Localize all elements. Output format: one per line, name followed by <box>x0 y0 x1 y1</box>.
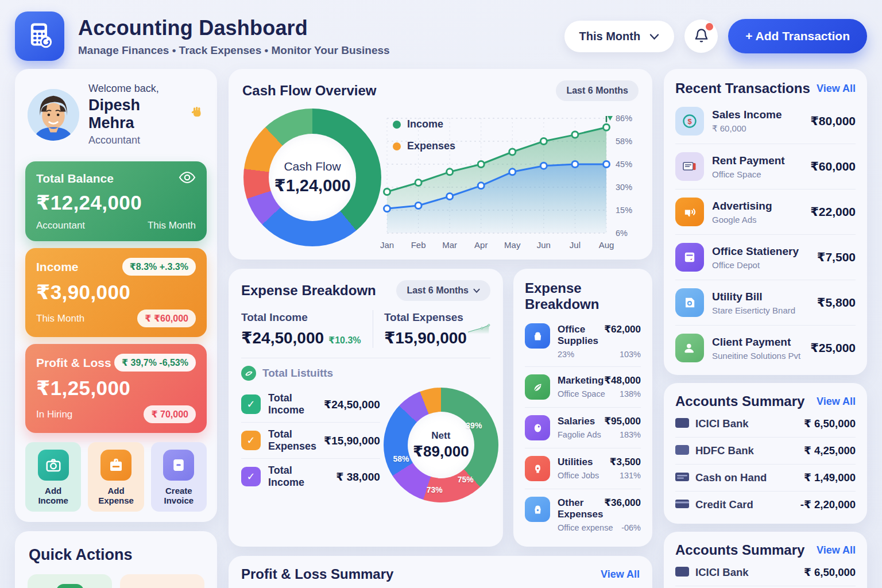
period-selector-label: This Month <box>579 30 641 43</box>
notifications-button[interactable] <box>684 20 718 53</box>
account-row: Cash on Hand ₹ 1,49,000 <box>675 465 856 492</box>
transaction-amount: ₹60,000 <box>810 160 856 173</box>
accounts-list: ICICI Bank ₹ 6,50,000 HDFC Bank ₹ 4,25,0… <box>675 559 856 588</box>
expense-name: Other Expenses <box>558 497 604 520</box>
svg-text:Jul: Jul <box>570 240 581 250</box>
account-name: Credit Card <box>695 498 794 511</box>
transaction-row[interactable]: Rent Payment Office Space ₹60,000 <box>675 144 856 189</box>
svg-text:$: $ <box>687 117 692 126</box>
bank-card-icon <box>675 567 689 579</box>
chart-legend: Income Expenses <box>393 118 455 162</box>
transaction-row[interactable]: Advertising Google Ads ₹22,000 <box>675 189 856 235</box>
expense-summary-period-badge[interactable]: Last 6 Months <box>396 280 490 301</box>
expense-breakdown-card: Expense Breakdown Office Supplies₹62,000… <box>513 269 652 547</box>
dollar-coin-icon: $ <box>675 107 704 136</box>
chevron-down-icon <box>649 30 659 43</box>
bank-card-icon <box>675 418 689 430</box>
cash-flow-donut-center: Cash Flow ₹1,24,000 <box>269 134 356 221</box>
profit-loss-footer: In Hiring <box>36 409 72 420</box>
expense-value: ₹48,000 <box>604 374 641 386</box>
leaf-icon <box>525 374 550 400</box>
transaction-row[interactable]: Client Payment Suneitine Solutions Pvt L… <box>675 326 856 370</box>
account-value: ₹ 6,50,000 <box>804 417 856 430</box>
expense-summary-title: Expense Breakdown <box>241 283 376 299</box>
list-item: ✓ Total Income ₹ 38,000 <box>241 459 380 494</box>
checkbox-purple[interactable]: ✓ <box>241 467 261 486</box>
add-expense-button[interactable]: Add Expense <box>88 442 144 512</box>
expense-sub: Office Space <box>558 389 605 399</box>
add-transaction-button[interactable]: + Add Transaction <box>728 19 867 53</box>
expense-value: ₹62,000 <box>604 323 641 335</box>
briefcase-icon <box>100 450 131 481</box>
cash-flow-period-badge[interactable]: Last 6 Months <box>556 80 639 101</box>
accounts-summary-card-1: Accounts Summary View All ICICI Bank ₹ 6… <box>664 383 867 524</box>
user-name: Dipesh Mehra <box>88 96 204 132</box>
transaction-sub: Suneitine Solutions Pvt Lid <box>712 351 802 361</box>
add-income-icon <box>56 584 84 588</box>
checkbox-green[interactable]: ✓ <box>241 394 261 414</box>
expense-summary-period-label: Last 6 Months <box>407 285 469 296</box>
quick-add-income-button[interactable]: Add Income <box>28 574 112 588</box>
account-name: Cash on Hand <box>695 471 798 484</box>
profit-loss-label: Profit & Loss <box>36 356 111 370</box>
svg-text:Mar: Mar <box>442 240 457 250</box>
transaction-amount: ₹7,500 <box>817 250 856 264</box>
bell-icon <box>694 28 709 45</box>
account-row: ICICI Bank ₹ 6,50,000 <box>675 559 856 586</box>
checkbox-orange[interactable]: ✓ <box>241 431 261 450</box>
mini-action-label: Add Income <box>29 486 78 505</box>
expense-sub-right: 103% <box>620 350 641 359</box>
total-expenses-label: Total Expenses <box>384 311 467 324</box>
period-selector[interactable]: This Month <box>564 21 675 52</box>
transaction-amount: ₹5,800 <box>817 296 856 310</box>
transaction-row[interactable]: Utility Bill Stare Eiserticty Bnard ₹5,8… <box>675 280 856 326</box>
transaction-name: Utility Bill <box>712 291 809 303</box>
svg-text:30%: 30% <box>616 183 632 192</box>
user-name-text: Dipesh Mehra <box>88 96 186 132</box>
expense-sub-right: 138% <box>620 389 641 399</box>
expense-item: Utilities₹3,500 Office Jobs131% <box>525 448 641 489</box>
cash-flow-line-chart: Income Expenses 86%58%45%30%15%6%JanFebM… <box>385 106 639 253</box>
profit-loss-value: ₹1,25,000 <box>36 377 196 400</box>
total-balance-label: Total Balance <box>36 172 114 185</box>
eye-icon[interactable] <box>179 171 196 186</box>
transaction-name: Office Statienery <box>712 245 809 258</box>
quick-actions-card: Quick Actions Add Income Add Expense <box>15 531 217 588</box>
mini-action-label: Create Invoice <box>154 486 203 505</box>
legend-label: Expenses <box>407 140 455 152</box>
total-expenses-value: ₹15,90,000 <box>384 328 467 347</box>
list-item: ✓ Total Expenses ₹15,90,000 <box>241 423 380 459</box>
income-footer-badge: ₹ ₹60,000 <box>137 310 196 327</box>
cash-flow-period-label: Last 6 Months <box>566 86 628 96</box>
accounts-view-all-link[interactable]: View All <box>817 396 856 408</box>
user-role: Accountant <box>88 134 204 146</box>
pl-view-all-link[interactable]: View All <box>601 568 640 581</box>
expense-sub: 23% <box>558 350 574 359</box>
svg-text:Apr: Apr <box>474 240 488 250</box>
expense-donut-center: Nett ₹89,000 <box>408 412 474 478</box>
quick-add-expense-button[interactable]: Add Expense <box>120 574 204 588</box>
list-title-row: Total Listuitts <box>241 366 490 381</box>
profile-texts: Welcome back, Dipesh Mehra Accountant <box>88 83 204 146</box>
expense-name: Salaries <box>558 416 595 427</box>
page-subtitle: Manage Finances • Track Expenses • Monit… <box>78 44 564 57</box>
accounts-summary-card-2: Accounts Summary View All ICICI Bank ₹ 6… <box>664 532 867 588</box>
profile-card: Welcome back, Dipesh Mehra Accountant To… <box>15 69 217 522</box>
expense-sub: Office Jobs <box>558 471 599 480</box>
legend-item-income: Income <box>393 118 455 130</box>
accounts-view-all-link[interactable]: View All <box>817 544 856 556</box>
main-content: Welcome back, Dipesh Mehra Accountant To… <box>0 68 882 588</box>
notepad-icon <box>675 243 704 272</box>
cash-flow-donut-chart: Cash Flow ₹1,24,000 <box>243 109 381 246</box>
create-invoice-button[interactable]: Create Invoice <box>151 442 207 512</box>
avatar <box>28 89 79 141</box>
legend-label: Income <box>407 118 443 130</box>
transaction-row[interactable]: Office Statienery Office Depot ₹7,500 <box>675 235 856 280</box>
row-label: Total Income <box>268 392 316 416</box>
income-legend-dot <box>393 121 401 129</box>
legend-item-expenses: Expenses <box>393 140 455 152</box>
transactions-view-all-link[interactable]: View All <box>817 83 856 95</box>
expense-item: Office Supplies₹62,000 23%103% <box>525 316 641 367</box>
transaction-row[interactable]: $ Sales Income ₹ 60,000 ₹80,000 <box>675 99 856 144</box>
add-income-button[interactable]: Add Income <box>25 442 81 512</box>
